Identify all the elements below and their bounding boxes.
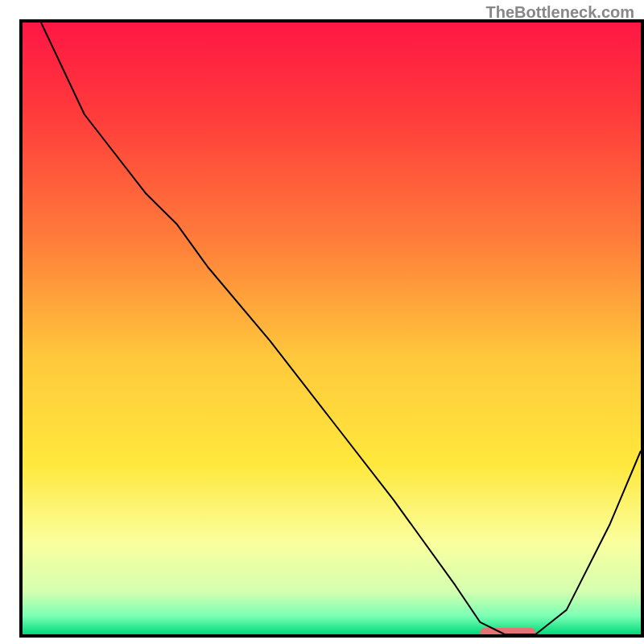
gradient-background	[23, 23, 641, 634]
watermark-text: TheBottleneck.com	[486, 3, 634, 22]
bottleneck-chart	[0, 0, 644, 644]
chart-container: TheBottleneck.com	[0, 0, 644, 644]
